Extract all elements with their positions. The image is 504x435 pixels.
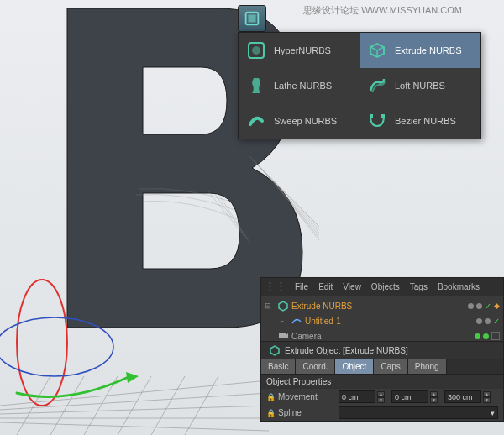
menu-label: Bezier NURBS [395,116,456,126]
tag-icon[interactable]: ◆ [494,301,500,310]
svg-line-11 [0,422,269,431]
tree-row-extrude[interactable]: ⊟ Extrude NURBS ✓◆ [261,298,503,313]
attr-label: Movement [278,392,339,401]
spline-dropdown[interactable]: ▾ [339,406,498,419]
svg-point-23 [252,46,260,55]
loft-nurbs-icon [366,75,388,97]
menu-view[interactable]: View [338,280,366,294]
spinner-up[interactable]: ▲ [430,391,438,397]
menu-objects[interactable]: Objects [366,280,405,294]
camera-icon [277,330,289,342]
tab-basic[interactable]: Basic [261,359,296,374]
tree-collapse-icon[interactable]: ⊟ [265,301,275,310]
tree-label: Camera [291,332,475,341]
lock-icon[interactable]: 🔒 [266,409,276,417]
nurbs-popup-menu: HyperNURBS Extrude NURBS Lathe NURBS Lof… [238,32,481,139]
svg-line-17 [185,376,218,435]
tree-label: Extrude NURBS [291,301,468,311]
spinner-up[interactable]: ▲ [377,391,385,397]
menu-sweep-nurbs[interactable]: Sweep NURBS [239,103,360,139]
vis-dot[interactable] [485,318,491,324]
spinner-down[interactable]: ▼ [430,397,438,403]
spinner-down[interactable]: ▼ [483,397,491,403]
menu-label: Extrude NURBS [395,45,461,55]
object-tree: ⊟ Extrude NURBS ✓◆ └ Untitled-1 ✓ Camera [261,296,503,345]
svg-point-18 [17,280,67,406]
attr-header: Extrude Object [Extrude NURBS] [261,342,503,359]
vis-dot[interactable] [476,318,482,324]
menu-extrude-nurbs[interactable]: Extrude NURBS [360,33,480,68]
lock-icon[interactable]: 🔒 [266,393,276,401]
chevron-down-icon: ▾ [491,409,495,417]
tab-phong[interactable]: Phong [408,359,447,374]
attr-row-movement: 🔒 Movement ▲▼ ▲▼ ▲▼ [261,389,503,405]
tree-branch-icon: └ [278,317,288,325]
menu-bezier-nurbs[interactable]: Bezier NURBS [360,103,480,139]
extrude-nurbs-icon [366,39,388,61]
camera-view-toggle[interactable] [491,332,500,340]
svg-rect-24 [370,114,373,118]
vis-dot[interactable] [475,333,480,339]
menu-tags[interactable]: Tags [405,280,433,294]
menubar-handle-icon[interactable]: ⋮⋮ [265,280,286,294]
menu-file[interactable]: File [290,280,313,294]
watermark-text: 思缘设计论坛 WWW.MISSYUAN.COM [303,4,462,17]
vis-dot[interactable] [476,303,482,309]
movement-x-input[interactable] [339,390,375,403]
tab-coord[interactable]: Coord. [296,359,335,374]
attr-row-spline: 🔒 Spline ▾ [261,405,503,421]
svg-rect-26 [279,333,286,338]
attr-label: Spline [278,408,339,417]
menu-label: Loft NURBS [395,81,445,91]
menu-loft-nurbs[interactable]: Loft NURBS [360,68,480,103]
menu-hypernurbs[interactable]: HyperNURBS [239,33,360,68]
menu-label: Lathe NURBS [274,81,332,91]
attr-title: Extrude Object [Extrude NURBS] [285,346,408,355]
attributes-panel: Extrude Object [Extrude NURBS] Basic Coo… [260,341,504,422]
menu-bookmarks[interactable]: Bookmarks [433,280,485,294]
tab-object[interactable]: Object [335,359,374,374]
svg-rect-25 [381,114,385,118]
objects-menubar: ⋮⋮ File Edit View Objects Tags Bookmarks [261,278,503,296]
spline-icon [291,315,302,327]
svg-line-16 [151,376,185,435]
movement-y-input[interactable] [391,390,428,403]
tab-caps[interactable]: Caps [374,359,407,374]
enable-tick[interactable]: ✓ [485,301,491,311]
axis-gizmo[interactable] [0,267,143,418]
vis-dot[interactable] [483,333,489,339]
spinner-down[interactable]: ▼ [377,397,385,403]
menu-lathe-nurbs[interactable]: Lathe NURBS [239,68,360,103]
tree-label: Untitled-1 [305,317,476,326]
lathe-nurbs-icon [245,75,267,97]
sweep-nurbs-icon [245,110,267,132]
attr-section-header: Object Properties [261,374,503,389]
vis-dot[interactable] [468,303,474,309]
enable-tick[interactable]: ✓ [493,317,500,326]
movement-z-input[interactable] [444,390,481,403]
bezier-nurbs-icon [366,110,388,132]
nurbs-toolbar-button[interactable] [238,5,266,32]
tree-row-untitled[interactable]: └ Untitled-1 ✓ [261,313,503,328]
menu-label: Sweep NURBS [274,116,337,126]
extrude-icon [277,300,289,312]
svg-rect-21 [248,14,255,22]
attr-tabs: Basic Coord. Object Caps Phong [261,359,503,374]
extrude-icon [269,344,281,356]
hypernurbs-icon [245,39,267,61]
menu-edit[interactable]: Edit [313,280,338,294]
objects-panel: ⋮⋮ File Edit View Objects Tags Bookmarks… [260,277,504,346]
spinner-up[interactable]: ▲ [483,391,491,397]
menu-label: HyperNURBS [274,45,331,55]
